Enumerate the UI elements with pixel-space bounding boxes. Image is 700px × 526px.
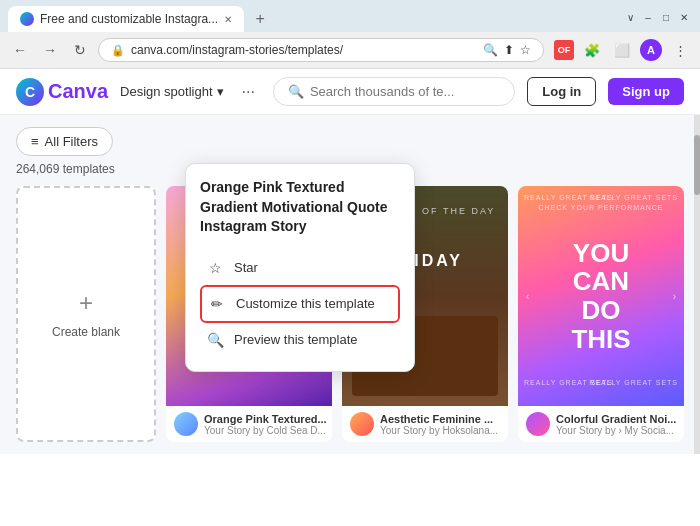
card3-arrow-left: ‹ xyxy=(526,291,529,302)
browser-more-icon[interactable]: ⋮ xyxy=(668,38,692,62)
canva-logo[interactable]: C Canva xyxy=(16,78,108,106)
title-bar: Free and customizable Instagra... ✕ + ∨ … xyxy=(0,0,700,32)
maximize-button[interactable]: □ xyxy=(658,9,674,25)
refresh-button[interactable]: ↻ xyxy=(68,38,92,62)
card1-info: Orange Pink Textured... Your Story by Co… xyxy=(166,406,332,442)
header-more-button[interactable]: ··· xyxy=(236,79,261,105)
back-button[interactable]: ← xyxy=(8,38,32,62)
search-address-icon: 🔍 xyxy=(483,43,498,57)
card2-avatar xyxy=(350,412,374,436)
canva-logo-icon: C xyxy=(16,78,44,106)
design-spotlight-chevron: ▾ xyxy=(217,84,224,99)
preview-icon: 🔍 xyxy=(206,331,224,349)
create-blank-card[interactable]: + Create blank xyxy=(16,186,156,442)
scrollbar-thumb[interactable] xyxy=(694,135,700,195)
filter-label: All Filters xyxy=(45,134,98,149)
search-bar[interactable]: 🔍 xyxy=(273,77,515,106)
chevron-down-icon[interactable]: ∨ xyxy=(622,9,638,25)
card3-avatar xyxy=(526,412,550,436)
card3-label-center: CHECK YOUR PERFORMANCE xyxy=(539,204,664,211)
popup-star-item[interactable]: ☆ Star xyxy=(200,251,400,285)
tab-favicon xyxy=(20,12,34,26)
card3-background: REALLY GREAT SETS REALLY GREAT SETS CHEC… xyxy=(518,186,684,406)
forward-button[interactable]: → xyxy=(38,38,62,62)
card3-title: Colorful Gradient Noi... xyxy=(556,413,676,425)
design-spotlight-menu[interactable]: Design spotlight ▾ xyxy=(120,84,224,99)
close-button[interactable]: ✕ xyxy=(676,9,692,25)
window-controls: ∨ – □ ✕ xyxy=(622,9,692,29)
login-button[interactable]: Log in xyxy=(527,77,596,106)
star-icon: ☆ xyxy=(206,259,224,277)
browser-extension-icons: OF 🧩 ⬜ A ⋮ xyxy=(554,38,692,62)
popup-title: Orange Pink Textured Gradient Motivation… xyxy=(200,178,400,237)
puzzle-icon[interactable]: 🧩 xyxy=(580,38,604,62)
popup-star-label: Star xyxy=(234,260,258,275)
browser-profile-avatar[interactable]: A xyxy=(640,39,662,61)
tab-close-button[interactable]: ✕ xyxy=(224,14,232,25)
star-address-icon: ☆ xyxy=(520,43,531,57)
share-address-icon: ⬆ xyxy=(504,43,514,57)
card1-avatar xyxy=(174,412,198,436)
card3-arrow-right: › xyxy=(673,291,676,302)
popup-preview-item[interactable]: 🔍 Preview this template xyxy=(200,323,400,357)
canva-logo-text: Canva xyxy=(48,80,108,103)
popup-preview-label: Preview this template xyxy=(234,332,358,347)
navigation-bar: ← → ↻ 🔒 canva.com/instagram-stories/temp… xyxy=(0,32,700,68)
customize-icon: ✏ xyxy=(208,295,226,313)
search-icon: 🔍 xyxy=(288,84,304,99)
popup-customize-item[interactable]: ✏ Customize this template xyxy=(200,285,400,323)
all-filters-button[interactable]: ≡ All Filters xyxy=(16,127,113,156)
main-content: ≡ All Filters 264,069 templates + Create… xyxy=(0,115,700,454)
create-blank-plus-icon: + xyxy=(79,289,93,317)
filters-bar: ≡ All Filters xyxy=(16,127,684,156)
card3-details: Colorful Gradient Noi... Your Story by ›… xyxy=(556,413,676,436)
search-input[interactable] xyxy=(310,84,500,99)
card2-title: Aesthetic Feminine ... xyxy=(380,413,498,425)
filter-icon: ≡ xyxy=(31,134,39,149)
context-menu-popup: Orange Pink Textured Gradient Motivation… xyxy=(185,163,415,372)
card3-info: Colorful Gradient Noi... Your Story by ›… xyxy=(518,406,684,442)
lock-icon: 🔒 xyxy=(111,44,125,57)
card3-main-text: YOUCANDOTHIS xyxy=(571,239,630,353)
extension-of-icon[interactable]: OF xyxy=(554,40,574,60)
new-tab-button[interactable]: + xyxy=(248,7,272,31)
tab-title: Free and customizable Instagra... xyxy=(40,12,218,26)
scrollbar[interactable] xyxy=(694,115,700,454)
address-bar[interactable]: 🔒 canva.com/instagram-stories/templates/… xyxy=(98,38,544,62)
canva-header: C Canva Design spotlight ▾ ··· 🔍 Log in … xyxy=(0,69,700,115)
signup-button[interactable]: Sign up xyxy=(608,78,684,105)
create-blank-label: Create blank xyxy=(52,325,120,339)
card3-author: Your Story by › My Socia... xyxy=(556,425,676,436)
address-text: canva.com/instagram-stories/templates/ xyxy=(131,43,477,57)
template-thumb-3: REALLY GREAT SETS REALLY GREAT SETS CHEC… xyxy=(518,186,684,406)
card2-details: Aesthetic Feminine ... Your Story by Hok… xyxy=(380,413,498,436)
browser-tab[interactable]: Free and customizable Instagra... ✕ xyxy=(8,6,244,32)
cast-icon[interactable]: ⬜ xyxy=(610,38,634,62)
design-spotlight-label: Design spotlight xyxy=(120,84,213,99)
card2-author: Your Story by Hoksolana... xyxy=(380,425,498,436)
card1-author: Your Story by Cold Sea D... xyxy=(204,425,327,436)
card2-info: Aesthetic Feminine ... Your Story by Hok… xyxy=(342,406,508,442)
card1-details: Orange Pink Textured... Your Story by Co… xyxy=(204,413,327,436)
card3-label-right: REALLY GREAT SETS xyxy=(589,194,678,201)
popup-customize-label: Customize this template xyxy=(236,296,375,311)
template-card-3[interactable]: REALLY GREAT SETS REALLY GREAT SETS CHEC… xyxy=(518,186,684,442)
card1-title: Orange Pink Textured... xyxy=(204,413,327,425)
minimize-button[interactable]: – xyxy=(640,9,656,25)
card3-bottom-right: REALLY GREAT SETS xyxy=(589,379,678,386)
